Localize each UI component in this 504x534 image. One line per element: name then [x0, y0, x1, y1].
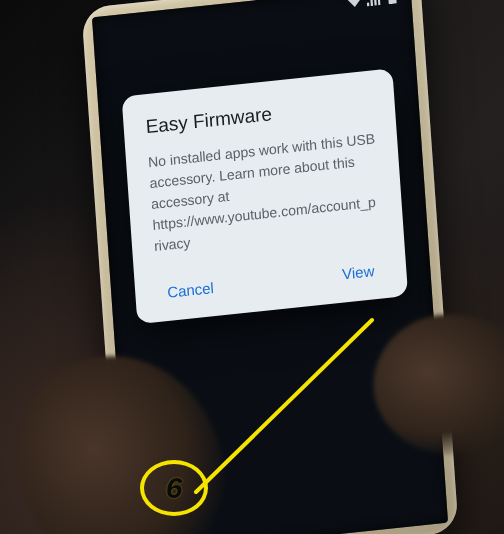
- dialog-message: No installed apps work with this USB acc…: [147, 128, 381, 257]
- signal-icon: [366, 0, 381, 7]
- step-number: 6: [166, 471, 183, 505]
- view-button[interactable]: View: [333, 255, 383, 289]
- usb-accessory-dialog: Easy Firmware No installed apps work wit…: [122, 68, 409, 324]
- battery-icon: [385, 0, 400, 5]
- step-badge: 6: [140, 460, 208, 516]
- status-bar: [347, 0, 400, 9]
- wifi-icon: [347, 0, 362, 9]
- cancel-button[interactable]: Cancel: [158, 272, 222, 307]
- dialog-actions: Cancel View: [156, 255, 385, 308]
